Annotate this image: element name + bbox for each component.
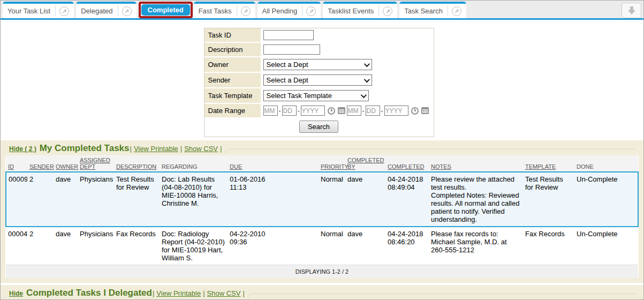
sender-select[interactable]: Select a Dept [263,74,372,86]
down-arrow-icon [630,6,633,10]
date-dash: - [362,107,365,115]
date-dash: - [381,107,383,115]
separator: | [180,145,182,153]
task-template-select[interactable]: Select Task Template [263,90,369,101]
cell-spacer [276,172,319,227]
tab-label: Delegated [81,7,112,15]
view-printable-link[interactable]: View Printable [156,289,201,297]
cell-completed: 04-24-2018 08:46:20 [385,227,429,265]
tab-completed-selected[interactable]: Completed [141,4,190,16]
popup-window-icon[interactable]: ↗ [306,6,316,16]
cell-owner: dave [54,172,78,227]
tab-fast-tasks[interactable]: Fast Tasks ↗ [194,2,255,18]
cell-priority: Normal [319,227,345,265]
cell-description: Test Results for Review [114,172,160,227]
cell-template: Test Results for Review [523,172,574,227]
paging-status: DISPLAYING 1-2 / 2 [6,265,638,279]
cell-done-uncomplete-action[interactable]: Un-Complete [574,172,638,227]
date-dash: - [298,107,300,115]
chevron-down-icon [363,76,369,82]
search-button[interactable]: Search [299,121,338,133]
cell-priority: Normal [319,172,345,227]
popup-window-icon[interactable]: ↗ [452,6,461,16]
tab-all-pending[interactable]: All Pending ↗ [257,2,321,18]
tab-task-search[interactable]: Task Search ↗ [399,2,466,18]
date-to-day-input[interactable] [366,106,380,116]
tab-delegated[interactable]: Delegated ↗ [76,2,136,18]
cell-due: 04-22-2010 09:36 [228,227,276,265]
task-template-label: Task Template [204,88,261,103]
separator: | [130,145,132,153]
date-to-month-input[interactable] [347,106,361,116]
tab-divider [237,5,237,17]
time-picker-icon[interactable] [411,107,419,115]
separator: | [203,289,204,297]
tab-label: Tasklist Events [328,7,374,15]
date-to-year-input[interactable] [384,106,408,116]
task-id-input[interactable] [263,30,314,40]
template-selected-value: Select Task Template [267,92,332,100]
column-header-description: DESCRIPTION [114,155,160,172]
calendar-picker-icon[interactable] [421,107,429,114]
cell-notes: Please review the attached test results.… [429,172,523,227]
tab-divider [302,5,302,17]
column-header-completed-by: COMPLETED BY [345,155,385,172]
hide-section-link[interactable]: Hide [9,290,23,297]
date-from-year-input[interactable] [301,106,325,116]
chevron-down-icon [360,92,366,98]
task-row[interactable]: 00004 2 dave Physicians Fax Records Doc:… [6,227,638,265]
section-divider-line [225,149,635,154]
time-picker-icon[interactable] [328,107,335,115]
cell-regarding: Doc: Lab Results (04-08-2010) for MIE-10… [160,172,228,227]
column-header-due: DUE [228,155,276,172]
owner-selected-value: Select a Dept [267,61,308,69]
show-csv-link[interactable]: Show CSV [184,145,218,153]
popup-window-icon[interactable]: ↗ [383,6,392,16]
separator: | [243,289,244,297]
description-label: Description [204,43,261,56]
cell-notes: Please fax records to: Michael Sample, M… [429,227,523,265]
column-header-assigned-dept: ASSIGNED DEPT [78,155,114,172]
popup-window-icon[interactable]: ↗ [122,6,132,16]
cell-completed: 04-24-2018 08:49:04 [385,172,429,227]
cell-id: 00009 [6,172,27,227]
cell-done-uncomplete-action[interactable]: Un-Complete [574,227,638,265]
date-from-month-input[interactable] [263,106,278,116]
cell-sender: 2 [27,172,54,227]
tab-label: Completed [148,6,184,14]
calendar-picker-icon[interactable] [338,107,345,114]
date-from-day-input[interactable] [282,106,297,116]
my-completed-tasks-section: Hide ( 2 ) My Completed Tasks | View Pri… [1,140,643,283]
popup-window-icon[interactable]: ↗ [241,6,251,16]
tab-your-task-list[interactable]: Your Task List ↗ [3,2,74,18]
description-input[interactable] [263,44,320,55]
cell-due: 01-06-2016 11:13 [228,172,276,227]
date-dash: - [279,107,281,115]
cell-id: 00004 [6,227,27,265]
tab-divider [378,5,379,17]
date-range-label: Date Range [204,104,261,117]
column-header-id: ID [6,155,27,172]
cell-completed-by: dave [345,172,385,227]
tab-divider [55,5,56,17]
tab-divider [118,5,118,17]
task-search-panel: Task ID Description Owner Select a Dept … [1,20,643,140]
popup-window-icon[interactable]: ↗ [59,6,69,16]
column-spacer [276,155,319,172]
collapse-panel-button[interactable] [622,3,641,18]
down-arrow-icon [628,10,635,14]
hide-section-link[interactable]: Hide ( 2 ) [9,145,36,153]
tab-label: Your Task List [7,7,50,15]
task-row-highlighted[interactable]: 00009 2 dave Physicians Test Results for… [6,172,638,227]
column-header-done: DONE [574,155,638,172]
tab-tasklist-events[interactable]: Tasklist Events ↗ [323,2,397,18]
column-header-sender: SENDER [27,155,54,172]
column-header-completed: COMPLETED [385,155,429,172]
show-csv-link[interactable]: Show CSV [207,289,241,297]
view-printable-link[interactable]: View Printable [134,145,178,153]
search-form: Task ID Description Owner Select a Dept … [204,28,434,137]
column-header-regarding: REGARDING [160,155,228,172]
owner-select[interactable]: Select a Dept [263,59,372,70]
column-header-priority: PRIORITY [319,155,345,172]
section-divider-line [248,294,635,298]
